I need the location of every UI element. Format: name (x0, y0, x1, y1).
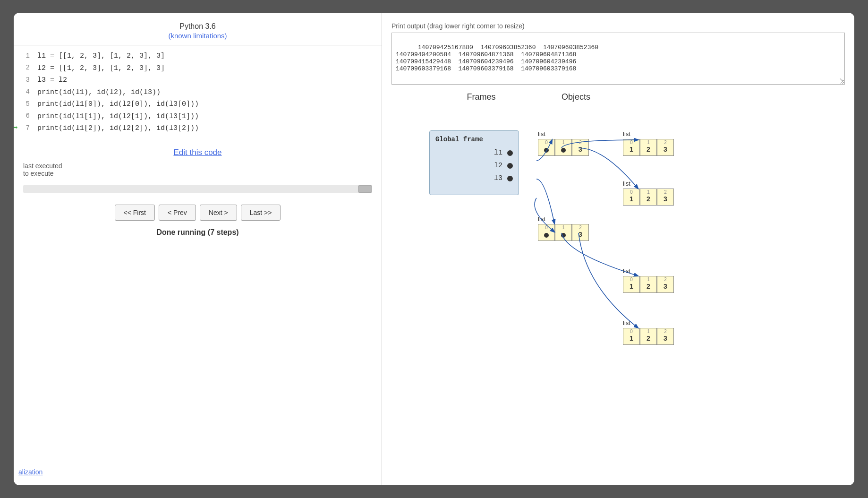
list-cells-123b: 0 1 1 2 2 3 (623, 189, 674, 206)
first-button[interactable]: << First (115, 205, 155, 221)
cell-d-1: 1 2 (640, 328, 657, 345)
cell-l1-1: 1 (555, 139, 572, 156)
line-num-1: 1 (18, 51, 30, 62)
objects-header: Objects (562, 92, 845, 102)
code-area: 1 l1 = [[1, 2, 3], [1, 2, 3], 3] 2 l2 = … (14, 45, 382, 139)
cell-l2l3-2: 2 3 (572, 224, 589, 241)
cell-l1-2: 2 3 (572, 139, 589, 156)
print-output-box[interactable]: 140709425167880 140709603852360 14070960… (391, 33, 845, 85)
code-line-6: 6 print(id(l1[1]), id(l2[1]), id(l3[1])) (14, 111, 382, 123)
code-text-1: l1 = [[1, 2, 3], [1, 2, 3], 3] (37, 50, 165, 62)
status-area: last executed to execute (14, 157, 382, 182)
list-l1-top: list 0 1 2 3 (538, 130, 589, 156)
cell-a-1: 1 2 (640, 139, 657, 156)
visualization-container: Global frame l1 l2 l3 list (391, 107, 845, 390)
scrollbar-area[interactable] (23, 185, 372, 193)
line-num-7: 7 (18, 123, 30, 134)
line-num-5: 5 (18, 99, 30, 110)
frame-var-l2: l2 (435, 162, 513, 170)
cell-c-1: 1 2 (640, 276, 657, 293)
list-label-l1: list (538, 130, 589, 137)
list-cells-123c: 0 1 1 2 2 3 (623, 276, 674, 293)
resize-handle-icon[interactable]: ↘ (840, 75, 843, 83)
line-num-3: 3 (18, 75, 30, 86)
list-label-123d: list (623, 319, 674, 326)
global-frame-title: Global frame (435, 136, 513, 143)
left-panel: Python 3.6 (known limitations) 1 l1 = [[… (14, 13, 382, 485)
known-limitations-link[interactable]: (known limitations) (14, 32, 382, 40)
code-line-4: 4 print(id(l1), id(l2), id(l3)) (14, 86, 382, 99)
code-line-7: ➡ 7 print(id(l1[2]), id(l2[2]), id(l3[2]… (14, 122, 382, 135)
cell-l2l3-0: 0 (538, 224, 555, 241)
next-button[interactable]: Next > (200, 205, 237, 221)
cell-l2l3-1: 1 (555, 224, 572, 241)
cell-c-2: 2 3 (657, 276, 674, 293)
list-123-fourth: list 0 1 1 2 2 3 (623, 319, 674, 345)
list-123-topleft: list 0 1 1 2 2 3 (623, 130, 674, 156)
nav-buttons: << First < Prev Next > Last >> (14, 205, 382, 221)
line-num-2: 2 (18, 62, 30, 74)
list-label-l2l3: list (538, 215, 589, 223)
var-name-l1: l1 (494, 149, 502, 157)
code-text-3: l3 = l2 (37, 74, 67, 86)
bottom-link[interactable]: alization (18, 468, 43, 476)
list-label-123b: list (623, 180, 674, 187)
cell-l1-0: 0 (538, 139, 555, 156)
list-label-123c: list (623, 267, 674, 275)
main-container: Python 3.6 (known limitations) 1 l1 = [[… (14, 13, 854, 485)
python-version-title: Python 3.6 (14, 22, 382, 31)
cell-c-0: 0 1 (623, 276, 640, 293)
code-text-7: print(id(l1[2]), id(l2[2]), id(l3[2])) (37, 122, 199, 135)
right-panel: Print output (drag lower right corner to… (382, 13, 854, 485)
list-cells-l2l3: 0 1 2 3 (538, 224, 589, 241)
frame-var-l1: l1 (435, 149, 513, 157)
cell-d-2: 2 3 (657, 328, 674, 345)
list-cells-123d: 0 1 1 2 2 3 (623, 328, 674, 345)
last-button[interactable]: Last >> (241, 205, 281, 221)
list-123-third: list 0 1 1 2 2 3 (623, 267, 674, 293)
line-num-4: 4 (18, 86, 30, 98)
done-status: Done running (7 steps) (14, 228, 382, 237)
frame-var-l3: l3 (435, 174, 513, 182)
code-line-5: 5 print(id(l1[0]), id(l2[0]), id(l3[0])) (14, 98, 382, 111)
list-cells-123a: 0 1 1 2 2 3 (623, 139, 674, 156)
list-l2l3-top: list 0 1 2 3 (538, 215, 589, 241)
viz-headers: Frames Objects (391, 92, 845, 102)
code-text-5: print(id(l1[0]), id(l2[0]), id(l3[0])) (37, 98, 199, 111)
print-output-text: 140709425167880 140709603852360 14070960… (396, 44, 598, 72)
cell-a-0: 0 1 (623, 139, 640, 156)
list-label-123a: list (623, 130, 674, 137)
var-dot-l2 (507, 163, 513, 169)
var-dot-l3 (507, 176, 513, 181)
code-line-1: 1 l1 = [[1, 2, 3], [1, 2, 3], 3] (14, 50, 382, 62)
list-cells-l1: 0 1 2 3 (538, 139, 589, 156)
var-name-l2: l2 (494, 162, 502, 170)
prev-button[interactable]: < Prev (159, 205, 196, 221)
var-dot-l1 (507, 150, 513, 156)
code-line-3: 3 l3 = l2 (14, 74, 382, 86)
cell-a-2: 2 3 (657, 139, 674, 156)
scrollbar-thumb[interactable] (358, 185, 372, 193)
cell-d-0: 0 1 (623, 328, 640, 345)
var-name-l3: l3 (494, 174, 502, 182)
code-text-6: print(id(l1[1]), id(l2[1]), id(l3[1])) (37, 111, 199, 123)
current-line-arrow: ➡ (14, 121, 18, 136)
code-text-4: print(id(l1), id(l2), id(l3)) (37, 86, 161, 99)
cell-b-0: 0 1 (623, 189, 640, 206)
edit-link[interactable]: Edit this code (14, 148, 382, 157)
global-frame: Global frame l1 l2 l3 (429, 130, 519, 195)
cell-b-2: 2 3 (657, 189, 674, 206)
frames-header: Frames (429, 92, 533, 102)
print-output-label: Print output (drag lower right corner to… (391, 22, 845, 30)
known-limitations-anchor[interactable]: (known limitations) (168, 32, 227, 40)
code-text-2: l2 = [[1, 2, 3], [1, 2, 3], 3] (37, 62, 165, 75)
cell-b-1: 1 2 (640, 189, 657, 206)
edit-code-anchor[interactable]: Edit this code (173, 148, 221, 157)
list-123-second: list 0 1 1 2 2 3 (623, 180, 674, 206)
line-num-6: 6 (18, 111, 30, 122)
code-line-2: 2 l2 = [[1, 2, 3], [1, 2, 3], 3] (14, 62, 382, 75)
last-executed-label: last executed (23, 162, 372, 170)
to-execute-label: to execute (23, 170, 372, 177)
